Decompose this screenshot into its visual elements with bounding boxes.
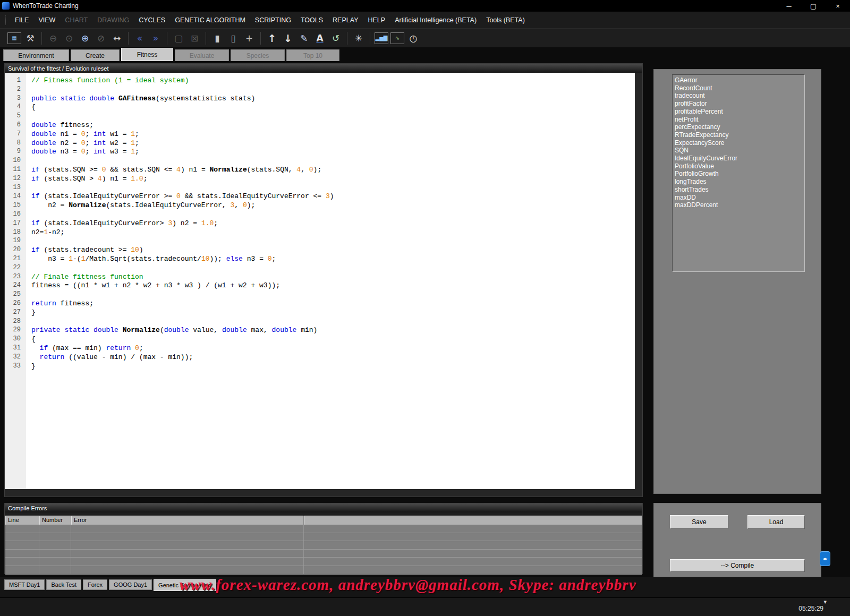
- clipboard-empty-icon[interactable]: ▯: [226, 31, 241, 45]
- code-line: double fitness;: [31, 121, 635, 130]
- menu-item-file[interactable]: FILE: [10, 12, 33, 28]
- list-item-profitfactor[interactable]: profitFactor: [673, 100, 804, 108]
- error-cell: [304, 566, 642, 574]
- code-line: }: [31, 362, 635, 371]
- list-item-gaerror[interactable]: GAerror: [673, 76, 804, 84]
- menu-gripper: [5, 15, 7, 25]
- chevron-down-icon[interactable]: ▾: [823, 598, 827, 605]
- chart-window-icon[interactable]: ▦: [7, 32, 21, 44]
- error-cell: [304, 558, 642, 566]
- error-cell: [71, 525, 304, 533]
- fit-width-icon[interactable]: ↔: [109, 31, 124, 45]
- code-line: [31, 112, 635, 121]
- error-cell: [39, 550, 71, 558]
- column-header-error: Error: [71, 516, 304, 525]
- code-line: // Finale fittness function: [31, 273, 635, 282]
- statistics-list[interactable]: GAerrorRecordCounttradecountprofitFactor…: [672, 74, 805, 272]
- load-button[interactable]: Load: [747, 515, 805, 529]
- error-cell: [5, 525, 39, 533]
- app-icon: [2, 2, 10, 10]
- list-item-maxddpercent[interactable]: maxDDPercent: [673, 201, 804, 209]
- tab-environment[interactable]: Environment: [3, 49, 69, 61]
- code-line: n2=1-n2;: [31, 228, 635, 237]
- workspace-tab-back-test[interactable]: Back Test: [46, 579, 81, 590]
- line-number: 11: [5, 166, 26, 175]
- bar-chart-icon[interactable]: ▂▅▇: [375, 32, 388, 44]
- workspace-tab-goog-day1[interactable]: GOOG Day1: [109, 579, 152, 590]
- line-number: 8: [5, 139, 26, 148]
- compile-errors-table: LineNumberError: [5, 516, 642, 573]
- spider-web-icon[interactable]: ✳: [351, 31, 366, 45]
- alarm-clock-icon[interactable]: ◷: [406, 31, 421, 45]
- title-bar: WhenToTrade Charting ─ ▢ ×: [0, 0, 850, 12]
- menu-item-help[interactable]: HELP: [363, 12, 390, 28]
- maximize-button[interactable]: ▢: [801, 0, 826, 12]
- error-cell: [71, 541, 304, 549]
- list-item-maxdd[interactable]: maxDD: [673, 194, 804, 202]
- code-editor[interactable]: 1234567891011121314151617181920212223242…: [5, 73, 642, 497]
- code-content[interactable]: // Fitness function (1 = ideal system) p…: [26, 73, 635, 489]
- list-item-rtradeexpectancy[interactable]: RTradeExpectancy: [673, 131, 804, 139]
- list-item-netprofit[interactable]: netProfit: [673, 116, 804, 124]
- list-item-shorttrades[interactable]: shortTrades: [673, 186, 804, 194]
- wrench-settings-icon[interactable]: ⚒: [23, 31, 38, 45]
- line-chart-icon[interactable]: ∿: [390, 32, 404, 44]
- tab-fitness[interactable]: Fitness: [121, 48, 173, 61]
- add-item-icon[interactable]: +: [242, 31, 257, 45]
- zoom-in-icon[interactable]: ⊕: [78, 31, 92, 45]
- list-item-profitablepercent[interactable]: profitablePercent: [673, 108, 804, 116]
- menu-item-artificial-intelligence-beta[interactable]: Artificial Intelligence (BETA): [390, 12, 481, 28]
- arrow-down-icon[interactable]: ↓: [280, 31, 295, 45]
- menu-item-cycles[interactable]: CYCLES: [134, 12, 170, 28]
- list-item-longtrades[interactable]: longTrades: [673, 178, 804, 186]
- menu-item-view[interactable]: VIEW: [33, 12, 60, 28]
- error-cell: [304, 550, 642, 558]
- menu-item-scripting[interactable]: SCRIPTING: [250, 12, 296, 28]
- workspace-tab-forex[interactable]: Forex: [83, 579, 107, 590]
- list-item-expectancyscore[interactable]: ExpectancyScore: [673, 139, 804, 147]
- scroll-right-icon[interactable]: »: [148, 31, 163, 45]
- line-number: 23: [5, 273, 26, 282]
- list-item-portfoliogrowth[interactable]: PortfolioGrowth: [673, 170, 804, 178]
- refresh-history-icon[interactable]: ↺: [328, 31, 343, 45]
- workspace-tab-genetic-engineering[interactable]: Genetic Engineering: [154, 579, 216, 591]
- menu-item-tools-beta[interactable]: Tools (BETA): [481, 12, 530, 28]
- line-number: 15: [5, 201, 26, 210]
- list-item-recordcount[interactable]: RecordCount: [673, 84, 804, 92]
- vertical-scrollbar[interactable]: [635, 73, 642, 489]
- line-number: 2: [5, 85, 26, 95]
- menu-item-tools[interactable]: TOOLS: [296, 12, 328, 28]
- compile-button[interactable]: --> Compile: [670, 559, 805, 572]
- tab-create[interactable]: Create: [71, 49, 120, 61]
- clipboard-filled-icon[interactable]: ▮: [210, 31, 225, 45]
- code-line: if (stats.IdealEquityCurveError> 3) n2 =…: [31, 219, 635, 228]
- line-number: 21: [5, 255, 26, 264]
- menu-item-genetic-algorithm[interactable]: GENETIC ALGORITHM: [170, 12, 250, 28]
- close-button[interactable]: ×: [826, 0, 850, 12]
- line-number: 16: [5, 210, 26, 219]
- list-item-tradecount[interactable]: tradecount: [673, 92, 804, 100]
- font-style-icon[interactable]: A: [312, 31, 327, 45]
- list-item-idealequitycurveerror[interactable]: IdealEquityCurveError: [673, 155, 804, 162]
- code-line: return ((value - min) / (max - min));: [31, 353, 635, 362]
- line-number: 3: [5, 95, 26, 104]
- list-item-sqn[interactable]: SQN: [673, 147, 804, 155]
- list-item-percexpectancy[interactable]: percExpectancy: [673, 123, 804, 131]
- workspace-tab-msft-day1[interactable]: MSFT Day1: [4, 579, 45, 590]
- save-button[interactable]: Save: [670, 515, 728, 529]
- code-line: {: [31, 103, 635, 112]
- line-number: 13: [5, 184, 26, 193]
- toolbar-separator: [41, 32, 42, 45]
- error-cell: [71, 550, 304, 558]
- remote-access-icon[interactable]: ◂▸: [820, 551, 830, 566]
- code-line: }: [31, 309, 635, 318]
- code-line: [31, 290, 635, 300]
- draw-trendline-icon[interactable]: ✎: [296, 31, 311, 45]
- scroll-left-icon[interactable]: «: [132, 31, 147, 45]
- zoom-previous-icon: ⊙: [62, 31, 76, 45]
- list-item-portfoliovalue[interactable]: PortfolioValue: [673, 162, 804, 170]
- menu-item-replay[interactable]: REPLAY: [328, 12, 363, 28]
- arrow-up-icon[interactable]: ↑: [265, 31, 279, 45]
- horizontal-scrollbar[interactable]: [5, 489, 642, 497]
- minimize-button[interactable]: ─: [777, 0, 801, 12]
